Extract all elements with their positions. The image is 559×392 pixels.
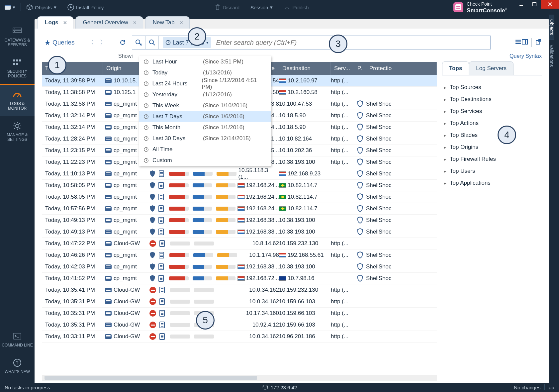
time-option[interactable]: Yesterday(1/12/2016) [139,89,271,100]
col-protection[interactable]: Protectio [366,62,437,75]
table-row[interactable]: Today, 10:42:03 PMcp_mgmt192.168.38...10… [42,261,437,273]
queries-button[interactable]: Queries [43,38,77,48]
side-tab-tops[interactable]: Tops [442,61,469,75]
gateway-icon [105,299,112,304]
window-close[interactable] [541,0,559,9]
nav-manage[interactable]: MANAGE & SETTINGS [0,116,35,147]
side-item[interactable]: Top Applications [442,177,542,189]
time-option[interactable]: Today(1/13/2016) [139,67,271,78]
close-icon[interactable]: ✕ [179,20,183,25]
table-row[interactable]: Today, 10:49:13 PMcp_mgmt192.168.38...10… [42,215,437,226]
discard-button[interactable]: Discard [211,0,243,15]
next-button[interactable]: 〉 [98,36,109,49]
side-item[interactable]: Top Sources [442,81,542,93]
nav-gateways[interactable]: GATEWAYS & SERVERS [0,21,35,52]
side-tab-logservers[interactable]: Log Servers [469,61,513,75]
policy-shield-icon [357,112,363,119]
time-option[interactable]: This Week(Since 1/10/2016) [139,100,271,111]
nav-whatsnew[interactable]: ? WHAT'S NEW [0,353,35,379]
time-option-label: Yesterday [150,91,203,98]
table-row[interactable]: Today, 10:35:31 PMCloud-GW 10.17.34.1601… [42,308,437,319]
table-row[interactable]: Today, 10:35:41 PMCloud-GW 10.0.34.16210… [42,284,437,296]
tab-general-overview[interactable]: General Overview✕ [75,16,143,29]
table-row[interactable]: Today, 11:10:13 PMcp_mgmt10.55.118.3 (1.… [42,168,437,180]
query-mode-button[interactable]: A [132,36,146,49]
horizontal-scrollbar[interactable] [42,375,437,381]
time-option[interactable]: All Time [139,144,271,155]
svg-rect-22 [16,63,18,65]
table-row[interactable]: Today, 10:33:11 PMCloud-GW 10.0.34.16210… [42,331,437,343]
time-option[interactable]: Last 7 Days(Since 1/6/2016) [139,111,271,122]
nav-commandline[interactable]: COMMAND LINE [0,326,35,353]
table-row[interactable]: Today, 10:35:31 PMCloud-GW 10.92.4.1210.… [42,319,437,331]
side-item[interactable]: Top Users [442,165,542,177]
close-icon[interactable]: ✕ [133,20,137,25]
block-icon [149,310,156,317]
app-menu[interactable]: ▾ [0,0,19,15]
session-menu[interactable]: Session▾ [246,0,277,15]
view-list-button[interactable] [515,39,521,46]
right-tab-validations[interactable]: Validations [549,40,554,72]
flag-icon [279,276,286,281]
gateway-icon [105,288,112,292]
popout-button[interactable] [535,39,542,47]
time-option[interactable]: This Month(Since 1/1/2016) [139,122,271,133]
cell-destination: 10.10.82.164 [279,136,331,142]
gateway-icon [105,160,112,164]
table-row[interactable]: Today, 10:46:26 PMcp_mgmt10.1.174.98192.… [42,249,437,261]
right-tab-objects[interactable]: Objects [549,15,554,40]
install-icon [67,4,74,11]
time-option[interactable]: Last Hour(Since 3:51 PM) [139,56,271,67]
grid-icon [13,59,22,66]
window-maximize[interactable] [528,0,541,9]
block-icon [149,287,156,293]
side-item[interactable]: Top Firewall Rules [442,153,542,165]
time-option[interactable]: Last 30 Days(Since 12/14/2015) [139,133,271,144]
cell-service: http (... [331,124,354,131]
gateway-icon [105,90,112,95]
table-row[interactable]: Today, 10:58:05 PMcp_mgmt192.168.24...10… [42,191,437,203]
col-p[interactable]: P. [354,62,366,75]
cell-middle: 10.0.34.162 [149,298,279,305]
flag-icon [279,171,286,176]
side-item[interactable]: Top Services [442,105,542,117]
cell-time: Today, 11:28:24 PM [42,136,103,142]
refresh-button[interactable] [117,38,128,47]
table-row[interactable]: Today, 10:49:13 PMcp_mgmt192.168.38...10… [42,226,437,238]
prev-button[interactable]: 〈 [85,36,96,49]
cell-middle: 10.0.34.162 [149,287,279,293]
tab-logs[interactable]: Logs✕ [37,16,73,29]
objects-menu[interactable]: Objects ▾ [22,0,60,15]
close-icon[interactable]: ✕ [63,20,67,25]
svg-marker-36 [45,40,50,45]
brand-logo-icon [453,2,463,12]
side-item[interactable]: Top Actions [442,117,542,129]
query-syntax-link[interactable]: Query Syntax [510,53,542,59]
time-option[interactable]: Custom [139,155,271,166]
table-row[interactable]: Today, 10:57:56 PMcp_mgmt192.168.24...10… [42,203,437,215]
table-row[interactable]: Today, 10:41:52 PMcp_mgmt192.168.72...10… [42,273,437,284]
table-row[interactable]: Today, 10:47:22 PMCloud-GW 10.8.14.6210.… [42,238,437,249]
table-row[interactable]: Today, 10:35:31 PMCloud-GW 10.0.34.16210… [42,296,437,308]
tab-new-tab[interactable]: New Tab✕ [145,16,190,29]
col-destination[interactable]: Destination [279,62,331,75]
install-policy-button[interactable]: Install Policy [63,0,108,15]
clock-icon [142,136,150,141]
nav-logs[interactable]: LOGS & MONITOR [0,85,35,116]
table-row[interactable]: Today, 10:58:05 PMcp_mgmt192.168.24...10… [42,180,437,191]
side-item[interactable]: Top Destinations [442,93,542,105]
search-button[interactable] [146,36,159,49]
cell-time: Today, 11:32:58 PM [42,101,103,107]
gateway-icon [105,125,112,130]
time-option[interactable]: Last 24 Hours(Since 1/12/2016 4:51 PM) [139,78,271,89]
side-item[interactable]: Top Blades [442,129,542,141]
cell-origin: cp_mgmt [103,263,149,270]
window-minimize[interactable] [514,0,528,9]
publish-button[interactable]: Publish [280,0,313,15]
side-item[interactable]: Top Origins [442,141,542,153]
nav-policies[interactable]: SECURITY POLICIES [0,52,35,84]
search-input[interactable] [212,36,490,49]
col-service[interactable]: Serv... [331,62,354,75]
cell-policy [354,135,366,143]
view-panel-button[interactable] [521,39,528,46]
